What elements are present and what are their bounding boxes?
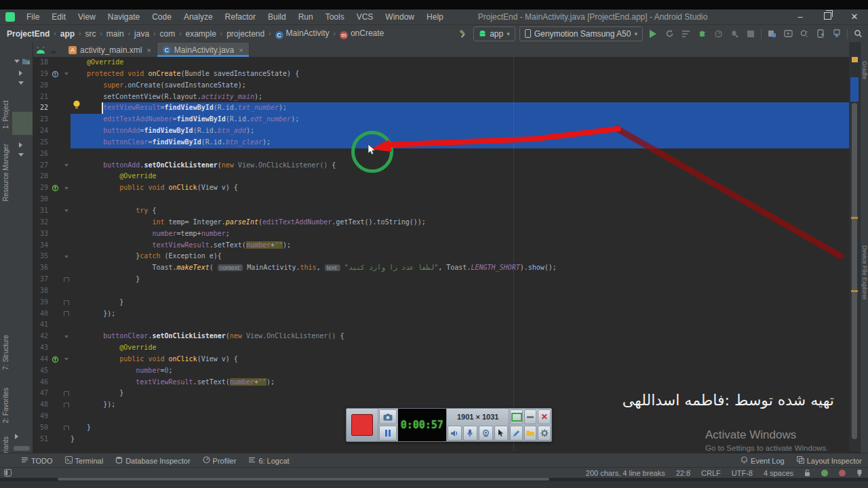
line-number[interactable]: 23 [33,114,48,125]
line-number[interactable]: 28 [33,171,48,182]
line-number[interactable]: 50 [33,422,48,434]
fold-marker-icon[interactable] [62,331,71,342]
tool-strip-2-favorites[interactable]: 2: Favorites [2,388,9,423]
line-number[interactable]: 25 [33,137,48,148]
project-scrollbar[interactable] [14,446,30,451]
hide-arrow-icon[interactable] [50,47,58,54]
breadcrumb-app[interactable]: app [59,29,76,39]
stripe-occurrence-mark[interactable] [851,290,858,292]
sad-face-icon[interactable] [839,470,846,476]
toolwindow-event-log[interactable]: Event Log [734,453,791,468]
stripe-occurrence-mark[interactable] [851,217,858,219]
webcam-button[interactable] [479,426,493,441]
stop-button[interactable] [745,28,757,40]
toolwindow-layout-inspector[interactable]: Layout Inspector [791,453,868,468]
speaker-button[interactable] [448,426,462,441]
code-line-34[interactable]: 34textViewResult.setText(number+""); [33,240,849,251]
code-line-38[interactable]: 38 [33,285,849,297]
toolwindow-terminal[interactable]: Terminal [59,453,110,468]
code-line-31[interactable]: 31try { [33,205,849,217]
status-4-spaces[interactable]: 4 spaces [764,469,793,477]
fold-marker-icon[interactable] [62,160,71,171]
tree-expand-icon[interactable] [14,60,20,63]
region-select-button[interactable] [510,409,523,424]
fold-marker-icon[interactable] [62,399,71,411]
run-button[interactable] [647,28,659,40]
fold-close-icon[interactable] [64,311,69,316]
debug-button[interactable] [696,28,708,40]
code-line-45[interactable]: 45number=0; [33,365,849,377]
tree-expand-icon[interactable] [18,81,24,85]
fold-close-icon[interactable] [64,426,69,430]
breadcrumb-src[interactable]: src [83,29,97,39]
code-line-20[interactable]: 20super.onCreate(savedInstanceState); [33,80,849,92]
line-number[interactable]: 49 [33,411,48,422]
microphone-button[interactable] [463,426,477,441]
code-line-29[interactable]: 29public void onClick(View v) { [33,182,849,194]
fold-marker-icon[interactable] [62,308,71,320]
line-number[interactable]: 51 [33,434,48,445]
status-crlf[interactable]: CRLF [701,469,721,477]
code-line-42[interactable]: 42buttonClear.setOnClickListener(new Vie… [33,331,849,342]
fold-open-icon[interactable] [64,73,68,75]
code-line-40[interactable]: 40}); [33,308,849,320]
fold-open-icon[interactable] [64,358,68,361]
search-everywhere-icon[interactable] [852,28,864,40]
override-gutter-icon[interactable] [48,182,62,194]
tree-collapsed-icon[interactable] [19,70,22,76]
code-line-46[interactable]: 46textViewResult.setText(number+""); [33,377,849,388]
fold-marker-icon[interactable] [62,205,71,217]
fold-marker-icon[interactable] [62,251,71,262]
tree-collapsed-icon[interactable] [19,142,22,148]
build-hammer-icon[interactable] [457,28,469,40]
menu-code[interactable]: Code [146,9,178,24]
tool-strip-resource-manager[interactable]: Resource Manager [2,144,9,201]
tab-close-icon[interactable]: × [239,46,243,54]
breadcrumb-main[interactable]: main [105,29,125,39]
line-number[interactable]: 30 [33,194,48,205]
line-number[interactable]: 44 [33,354,48,365]
intention-bulb-icon[interactable] [72,100,81,110]
line-number[interactable]: 32 [33,217,48,228]
device-manager-icon[interactable] [766,28,778,40]
code-line-23[interactable]: 23editTextAddNumber=findViewById(R.id.ed… [33,114,849,125]
line-number[interactable]: 33 [33,228,48,240]
fold-marker-icon[interactable] [62,68,71,80]
cursor-capture-button[interactable] [494,426,509,441]
scrollbar-thumb[interactable] [852,103,857,439]
line-number[interactable]: 47 [33,388,48,399]
editor-scrollbar[interactable] [849,42,860,451]
avd-manager-icon[interactable] [814,28,827,40]
toolwindow-toggle-icon[interactable] [0,469,12,478]
open-folder-button[interactable] [524,426,537,441]
code-line-19[interactable]: 19protected void onCreate(Bundle savedIn… [33,68,849,80]
apply-code-changes-icon[interactable] [679,28,692,40]
apply-changes-icon[interactable] [663,28,675,40]
record-stop-button[interactable] [351,414,373,436]
code-line-22[interactable]: 22textViewResult=findViewById(R.id.txt_n… [33,102,849,114]
code-line-25[interactable]: 25buttonClear=findViewById(R.id.btn_clea… [33,137,849,148]
line-number[interactable]: 35 [33,251,48,262]
menu-navigate[interactable]: Navigate [102,9,146,24]
breadcrumb-java[interactable]: java [133,29,151,39]
line-number[interactable]: 20 [33,80,48,92]
breadcrumb-projectend[interactable]: ProjectEnd [5,29,51,39]
attach-debugger-icon[interactable] [728,28,741,40]
fold-marker-icon[interactable] [62,354,71,365]
code-line-28[interactable]: 28@Override [33,171,849,182]
line-number[interactable]: 21 [33,92,48,103]
tab-activity-main-xml[interactable]: Aactivity_main.xml× [63,43,157,57]
code-line-33[interactable]: 33number=temp+number; [33,228,849,240]
status-utf-8[interactable]: UTF-8 [732,469,753,477]
settings-button[interactable] [538,426,551,441]
code-line-39[interactable]: 39} [33,297,849,308]
code-line-30[interactable]: 30 [33,194,849,205]
toolwindow-6-logcat[interactable]: 6: Logcat [242,453,295,468]
breadcrumb-oncreate[interactable]: monCreate [338,28,385,39]
line-number[interactable]: 27 [33,160,48,171]
line-number[interactable]: 42 [33,331,48,342]
line-number[interactable]: 24 [33,125,48,137]
tool-strip-gradle[interactable]: Gradle [861,61,868,79]
tool-strip-7-structure[interactable]: 7: Structure [2,335,9,370]
code-line-24[interactable]: 24buttonAdd=findViewById(R.id.btn_add); [33,125,849,137]
